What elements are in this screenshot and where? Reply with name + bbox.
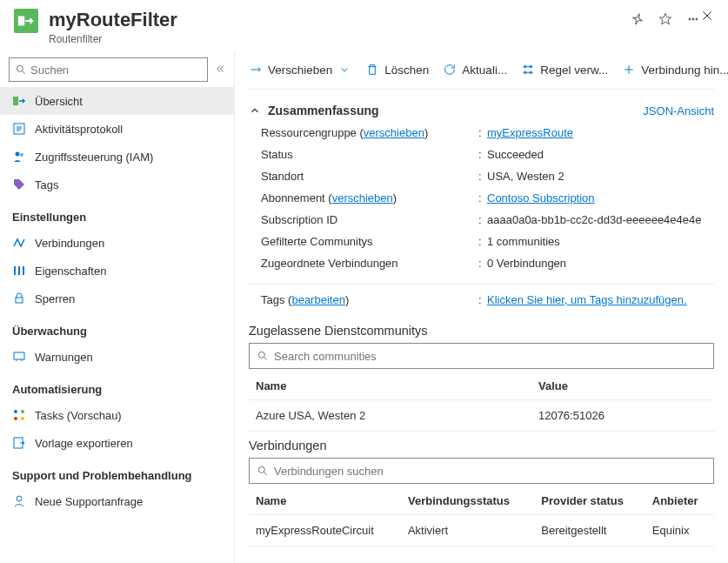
col-value[interactable]: Value [531, 372, 714, 400]
edit-tags-link[interactable]: bearbeiten [291, 293, 344, 306]
sidebar-item-locks[interactable]: Sperren [0, 285, 234, 312]
export-template-icon [12, 436, 26, 450]
sidebar-item-label: Warnungen [35, 351, 93, 364]
lock-icon [12, 292, 26, 305]
sidebar-item-iam[interactable]: Zugriffssteuerung (IAM) [0, 143, 234, 171]
connections-icon [12, 236, 26, 250]
delete-button[interactable]: Löschen [365, 63, 429, 77]
sidebar-item-activity-log[interactable]: Aktivitätsprotokoll [0, 115, 234, 143]
svg-rect-10 [14, 352, 24, 359]
favorite-icon[interactable] [658, 12, 672, 29]
main-content: Verschieben Löschen Aktuali... Regel ver… [235, 52, 728, 563]
command-bar: Verschieben Löschen Aktuali... Regel ver… [249, 59, 714, 85]
add-tags-link[interactable]: Klicken Sie hier, um Tags hinzuzufügen. [487, 293, 687, 306]
col-name[interactable]: Name [249, 487, 401, 515]
sidebar-group-title: Überwachung [0, 312, 234, 343]
tag-icon [12, 178, 26, 191]
page-title: myRouteFilter [49, 9, 631, 31]
svg-point-13 [14, 417, 17, 420]
communities-value: 1 communities [487, 235, 714, 248]
close-icon[interactable] [700, 9, 714, 25]
sidebar-item-label: Neue Supportanfrage [35, 495, 143, 508]
json-view-link[interactable]: JSON-Ansicht [643, 104, 714, 117]
sidebar-item-label: Übersicht [35, 95, 83, 108]
resource-group-link[interactable]: myExpressRoute [487, 126, 573, 139]
svg-point-4 [17, 65, 23, 71]
sidebar-item-support-request[interactable]: Neue Supportanfrage [0, 487, 234, 515]
more-icon[interactable] [686, 12, 700, 29]
search-communities-input[interactable] [249, 343, 714, 369]
col-provider-status[interactable]: Provider status [534, 487, 645, 515]
move-resource-group-link[interactable]: verschieben [364, 126, 424, 139]
sidebar-item-label: Tasks (Vorschau) [35, 409, 122, 422]
sidebar-group-title: Automatisierung [0, 371, 234, 401]
sidebar-item-tasks[interactable]: Tasks (Vorschau) [0, 401, 234, 429]
people-icon [12, 150, 26, 164]
activity-log-icon [12, 122, 26, 136]
sidebar-item-label: Vorlage exportieren [35, 437, 133, 450]
sidebar-item-tags[interactable]: Tags [0, 171, 234, 198]
move-button[interactable]: Verschieben [249, 63, 351, 77]
svg-point-14 [21, 417, 24, 420]
sidebar: Übersicht Aktivitätsprotokoll Zugriffsst… [0, 52, 235, 563]
subscription-link[interactable]: Contoso Subscription [487, 191, 595, 204]
svg-rect-0 [18, 17, 24, 26]
page-header: myRouteFilter Routenfilter [0, 0, 728, 52]
svg-point-3 [696, 18, 698, 20]
resource-type-label: Routenfilter [49, 33, 631, 45]
sidebar-item-overview[interactable]: Übersicht [0, 87, 234, 115]
col-provider[interactable]: Anbieter [645, 487, 714, 515]
col-status[interactable]: Verbindungsstatus [401, 487, 534, 515]
svg-point-2 [692, 18, 694, 20]
sidebar-item-label: Verbindungen [35, 237, 104, 250]
tasks-icon [12, 408, 26, 422]
search-connections-input[interactable] [249, 458, 714, 484]
col-name[interactable]: Name [249, 372, 531, 400]
sidebar-item-label: Tags [35, 178, 58, 191]
pin-icon[interactable] [631, 12, 645, 29]
manage-rule-button[interactable]: Regel verw... [521, 63, 608, 77]
resource-type-icon [14, 9, 38, 33]
chevron-up-icon [249, 104, 261, 117]
sidebar-search-input[interactable] [9, 57, 208, 82]
svg-point-16 [17, 496, 22, 501]
sidebar-item-label: Aktivitätsprotokoll [35, 123, 123, 136]
subscription-id-value: aaaa0a0a-bb1b-cc2c-dd3d-eeeeee4e4e4e [487, 213, 714, 226]
sidebar-group-title: Einstellungen [0, 198, 234, 229]
collapse-sidebar-icon[interactable] [213, 63, 225, 77]
svg-point-8 [20, 153, 23, 157]
summary-grid: Ressourcengruppe (verschieben) : myExpre… [249, 123, 714, 280]
sidebar-item-properties[interactable]: Eigenschaften [0, 257, 234, 285]
connections-table: Name Verbindungsstatus Provider status A… [249, 487, 714, 546]
svg-point-21 [258, 352, 264, 358]
refresh-button[interactable]: Aktuali... [443, 63, 507, 77]
support-icon [12, 494, 26, 508]
sidebar-item-alerts[interactable]: Warnungen [0, 343, 234, 371]
svg-point-12 [21, 410, 24, 413]
sidebar-item-export-template[interactable]: Vorlage exportieren [0, 429, 234, 457]
properties-icon [12, 264, 26, 278]
svg-point-11 [14, 410, 17, 413]
add-connection-button[interactable]: Verbindung hin... [622, 63, 728, 77]
table-row[interactable]: myExpressRouteCircuit Aktiviert Bereitge… [249, 515, 714, 546]
location-value: USA, Westen 2 [487, 170, 714, 183]
sidebar-item-label: Eigenschaften [35, 265, 106, 278]
sidebar-item-label: Zugriffssteuerung (IAM) [35, 151, 153, 164]
table-row[interactable]: Azure USA, Westen 2 12076:51026 [249, 400, 714, 432]
svg-point-22 [258, 466, 264, 473]
svg-rect-9 [16, 298, 23, 303]
svg-rect-5 [13, 97, 18, 105]
connections-section-title: Verbindungen [249, 432, 714, 458]
communities-table: Name Value Azure USA, Westen 2 12076:510… [249, 372, 714, 432]
status-value: Succeeded [487, 148, 714, 161]
connections-value: 0 Verbindungen [487, 257, 714, 270]
chevron-down-icon [337, 63, 351, 77]
divider [249, 284, 714, 285]
move-subscription-link[interactable]: verschieben [332, 191, 393, 204]
route-filter-icon [12, 94, 26, 108]
alert-icon [12, 350, 26, 364]
svg-point-7 [16, 152, 20, 157]
communities-section-title: Zugelassene Dienstcommunitys [249, 317, 714, 343]
sidebar-item-connections[interactable]: Verbindungen [0, 229, 234, 257]
summary-toggle[interactable]: Zusammenfassung [249, 104, 379, 117]
